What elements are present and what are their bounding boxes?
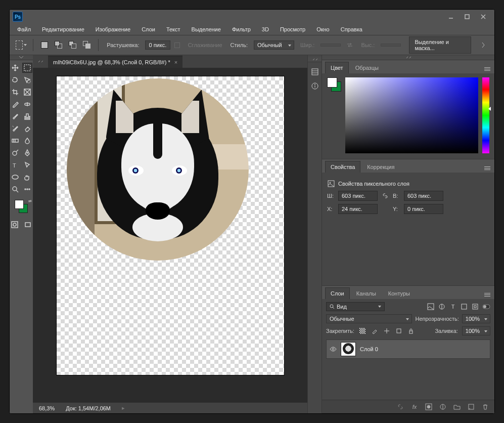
- shape-tool-icon[interactable]: [11, 173, 20, 182]
- hand-tool-icon[interactable]: [23, 173, 32, 182]
- hue-slider[interactable]: [482, 77, 489, 153]
- eyedropper-tool-icon[interactable]: [11, 100, 20, 109]
- type-tool-icon[interactable]: T: [11, 160, 20, 170]
- strip-collapse-icon[interactable]: [308, 57, 322, 62]
- blend-mode-dropdown[interactable]: Обычные: [326, 314, 412, 323]
- document-tab[interactable]: mIh09iC8x6U.jpg @ 68,3% (Слой 0, RGB/8#)…: [48, 56, 182, 68]
- filter-type-icon[interactable]: T: [449, 303, 457, 311]
- new-layer-icon[interactable]: [467, 403, 475, 411]
- props-panel-menu-icon[interactable]: [482, 163, 491, 173]
- selection-add-icon[interactable]: [54, 39, 64, 51]
- select-and-mask-button[interactable]: Выделение и маска...: [409, 36, 471, 54]
- tab-swatches[interactable]: Образцы: [350, 62, 384, 73]
- layer-thumbnail[interactable]: [341, 342, 356, 356]
- canvas-viewport[interactable]: [33, 68, 307, 402]
- quickmask-icon[interactable]: [10, 220, 19, 229]
- menu-layers[interactable]: Слои: [137, 25, 160, 34]
- crop-tool-icon[interactable]: [11, 88, 20, 97]
- tab-paths[interactable]: Контуры: [383, 287, 416, 299]
- screenmode-icon[interactable]: [23, 220, 32, 229]
- doc-collapse-icon[interactable]: [33, 55, 48, 68]
- filter-shape-icon[interactable]: [460, 303, 468, 311]
- gradient-tool-icon[interactable]: [11, 136, 20, 145]
- menu-help[interactable]: Справка: [336, 25, 367, 34]
- panel-swatches[interactable]: [327, 77, 341, 92]
- options-overflow-icon[interactable]: [478, 39, 488, 51]
- history-brush-tool-icon[interactable]: [11, 124, 20, 133]
- canvas[interactable]: [57, 76, 284, 375]
- lock-artboard-icon[interactable]: [395, 327, 403, 335]
- tab-adjustments[interactable]: Коррекция: [361, 161, 400, 173]
- opacity-input[interactable]: 100%: [462, 314, 490, 323]
- zoom-level[interactable]: 68,3%: [39, 405, 55, 411]
- color-spectrum[interactable]: [345, 77, 478, 153]
- lock-pixels-icon[interactable]: [358, 327, 366, 335]
- filter-image-icon[interactable]: [427, 303, 435, 311]
- h-input[interactable]: 603 пикс.: [404, 191, 443, 201]
- menu-edit[interactable]: Редактирование: [37, 25, 89, 34]
- blur-tool-icon[interactable]: [23, 136, 32, 145]
- color-panel-menu-icon[interactable]: [482, 64, 491, 73]
- menu-filter[interactable]: Фильтр: [227, 25, 255, 34]
- link-layers-icon[interactable]: [396, 403, 404, 411]
- tab-layers[interactable]: Слои: [325, 287, 350, 299]
- layer-filter-dropdown[interactable]: Вид: [326, 302, 385, 311]
- w-input[interactable]: 603 пикс.: [338, 191, 378, 201]
- menu-view[interactable]: Просмотр: [276, 25, 310, 34]
- layer-name[interactable]: Слой 0: [360, 346, 378, 352]
- fill-input[interactable]: 100%: [462, 326, 490, 335]
- path-select-tool-icon[interactable]: [23, 160, 32, 170]
- y-input[interactable]: 0 пикс.: [404, 204, 443, 214]
- panels-collapse-icon[interactable]: [322, 55, 494, 60]
- filter-adjust-icon[interactable]: [438, 303, 446, 311]
- feather-input[interactable]: 0 пикс.: [145, 40, 170, 50]
- style-dropdown[interactable]: Обычный: [254, 40, 294, 50]
- tab-color[interactable]: Цвет: [325, 62, 349, 73]
- history-panel-icon[interactable]: [310, 67, 319, 76]
- lock-brush-icon[interactable]: [371, 327, 379, 335]
- visibility-icon[interactable]: [330, 346, 337, 353]
- filter-smart-icon[interactable]: [471, 303, 479, 311]
- mask-icon[interactable]: [425, 403, 433, 411]
- selection-intersect-icon[interactable]: [82, 39, 92, 51]
- zoom-tool-icon[interactable]: [11, 185, 20, 194]
- delete-layer-icon[interactable]: [481, 403, 489, 411]
- link-wh-icon[interactable]: [381, 191, 390, 200]
- menu-file[interactable]: Файл: [13, 25, 35, 34]
- fx-icon[interactable]: fx: [410, 403, 419, 411]
- tab-properties[interactable]: Свойства: [325, 161, 360, 173]
- menu-text[interactable]: Текст: [162, 25, 185, 34]
- close-tab-icon[interactable]: ×: [174, 59, 177, 65]
- layers-panel-menu-icon[interactable]: [482, 290, 491, 299]
- adjustment-icon[interactable]: [439, 403, 447, 411]
- layer-row[interactable]: Слой 0: [326, 340, 490, 359]
- status-caret-icon[interactable]: ▸: [122, 405, 125, 411]
- group-icon[interactable]: [453, 403, 461, 411]
- x-input[interactable]: 24 пикс.: [338, 204, 378, 214]
- edit-toolbar-icon[interactable]: [23, 185, 32, 194]
- active-tool-icon[interactable]: [16, 39, 27, 51]
- eraser-tool-icon[interactable]: [23, 124, 32, 133]
- lock-all-icon[interactable]: [407, 327, 415, 335]
- tab-channels[interactable]: Каналы: [351, 287, 382, 299]
- menu-select[interactable]: Выделение: [187, 25, 225, 34]
- filter-toggle-icon[interactable]: [482, 303, 490, 311]
- lock-position-icon[interactable]: [383, 327, 391, 335]
- swap-colors-icon[interactable]: ⇄: [28, 199, 32, 203]
- menu-window[interactable]: Окно: [312, 25, 334, 34]
- foreground-color[interactable]: [15, 200, 24, 209]
- lasso-tool-icon[interactable]: [11, 75, 20, 84]
- stamp-tool-icon[interactable]: [23, 112, 32, 121]
- heal-tool-icon[interactable]: [23, 100, 32, 109]
- toolbox-collapse-icon[interactable]: [10, 55, 33, 60]
- frame-tool-icon[interactable]: [23, 88, 32, 97]
- info-panel-icon[interactable]: [310, 81, 319, 91]
- minimize-button[interactable]: [443, 11, 459, 22]
- menu-3d[interactable]: 3D: [257, 25, 273, 34]
- selection-subtract-icon[interactable]: [68, 39, 78, 51]
- color-swatches[interactable]: ⇄: [15, 200, 28, 213]
- brush-tool-icon[interactable]: [11, 112, 20, 121]
- quick-select-tool-icon[interactable]: [23, 75, 32, 84]
- pen-tool-icon[interactable]: [23, 148, 32, 157]
- move-tool-icon[interactable]: [11, 63, 20, 72]
